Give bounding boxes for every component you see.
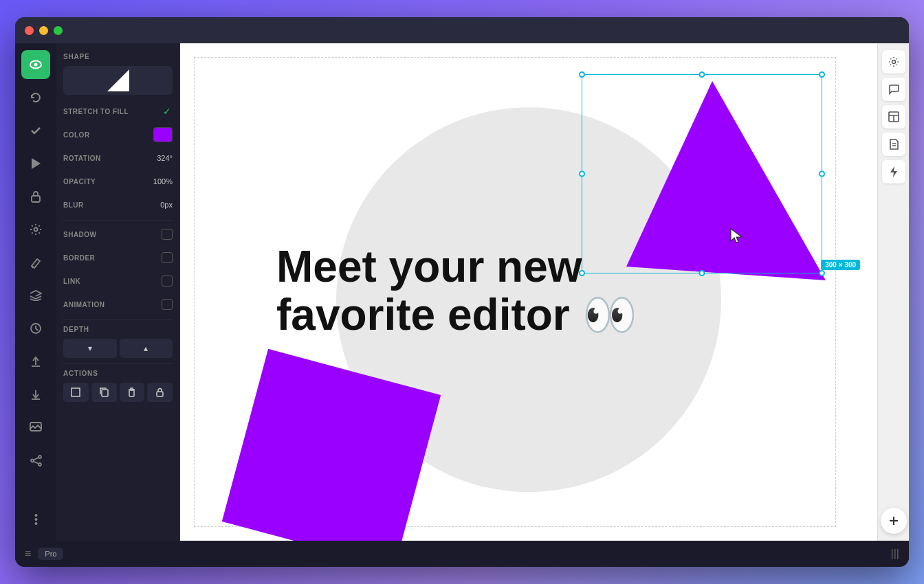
rt-book-btn[interactable] — [882, 133, 905, 156]
layers-icon-btn[interactable] — [21, 281, 50, 310]
svg-marker-2 — [32, 158, 41, 169]
svg-rect-24 — [157, 392, 163, 396]
svg-marker-32 — [890, 166, 897, 177]
svg-point-13 — [31, 459, 34, 462]
check-icon-btn[interactable] — [21, 116, 50, 145]
action-copy-btn[interactable] — [91, 383, 117, 402]
rt-gear-btn[interactable] — [882, 50, 905, 74]
minimize-dot[interactable] — [39, 26, 48, 35]
actions-section-title: ACTIONS — [63, 370, 173, 377]
shape-preview[interactable] — [63, 66, 173, 95]
animation-checkbox[interactable] — [162, 299, 173, 310]
gallery-icon-btn[interactable] — [21, 413, 50, 442]
headline-line2: favorite editor 👀 — [276, 290, 637, 339]
rotation-value[interactable]: 324° — [157, 154, 173, 162]
svg-point-14 — [38, 463, 41, 466]
svg-rect-22 — [102, 390, 108, 396]
canvas-content: Meet your new favorite editor 👀 — [180, 43, 877, 541]
shape-section-title: SHAPE — [63, 53, 173, 60]
svg-marker-25 — [626, 81, 826, 280]
download-icon-btn[interactable] — [21, 380, 50, 409]
opacity-value[interactable]: 100% — [153, 177, 173, 186]
stretch-check[interactable]: ✓ — [162, 106, 173, 117]
divider-2 — [63, 319, 173, 320]
handle-tl[interactable] — [579, 71, 585, 78]
depth-down-btn[interactable]: ▾ — [63, 339, 117, 358]
more-icon-btn[interactable] — [21, 505, 50, 534]
lock-icon-btn[interactable] — [21, 182, 50, 211]
canvas-area[interactable]: Meet your new favorite editor 👀 — [180, 43, 877, 541]
purple-triangle-selected[interactable]: 300 × 300 — [606, 67, 839, 301]
pen-icon-btn[interactable] — [21, 248, 50, 277]
action-expand-btn[interactable] — [63, 383, 89, 402]
bottom-pro-badge[interactable]: Pro — [38, 548, 63, 560]
blur-label: BLUR — [63, 201, 84, 209]
blur-row: BLUR 0px — [63, 196, 173, 213]
color-label: COLOR — [63, 131, 90, 139]
settings-icon-btn[interactable] — [21, 215, 50, 244]
stretch-label: STRETCH TO FILL — [63, 108, 129, 115]
properties-panel: SHAPE STRETCH TO FILL ✓ COLOR ROTATION 3… — [56, 43, 180, 541]
blur-value[interactable]: 0px — [160, 201, 173, 209]
undo-icon-btn[interactable] — [21, 83, 50, 112]
link-checkbox[interactable] — [162, 276, 173, 287]
depth-controls: ▾ ▴ — [63, 339, 173, 358]
border-row: BORDER — [63, 249, 173, 266]
border-label: BORDER — [63, 254, 95, 262]
action-delete-btn[interactable] — [120, 383, 145, 402]
upload-icon-btn[interactable] — [21, 347, 50, 376]
svg-marker-20 — [107, 69, 129, 91]
shadow-row: SHADOW — [63, 226, 173, 243]
opacity-label: OPACITY — [63, 178, 96, 186]
link-row: LINK — [63, 273, 173, 289]
share-icon-btn[interactable] — [21, 446, 50, 475]
svg-point-19 — [34, 522, 37, 525]
svg-point-4 — [34, 228, 38, 232]
svg-rect-21 — [72, 388, 80, 396]
icon-bar — [15, 43, 56, 541]
divider-3 — [63, 363, 173, 364]
svg-line-15 — [34, 458, 38, 460]
bottom-bars-icon[interactable]: ||| — [891, 548, 899, 560]
rt-bolt-btn[interactable] — [882, 160, 905, 183]
app-window: SHAPE STRETCH TO FILL ✓ COLOR ROTATION 3… — [15, 17, 909, 567]
svg-line-16 — [34, 461, 38, 464]
border-checkbox[interactable] — [162, 252, 173, 263]
svg-point-1 — [34, 63, 38, 67]
bottom-bar: ≡ Pro ||| — [15, 541, 909, 567]
depth-section-title: DEPTH — [63, 326, 173, 333]
svg-point-26 — [892, 60, 895, 64]
canvas-headline[interactable]: Meet your new favorite editor 👀 — [276, 243, 637, 339]
animation-row: ANIMATION — [63, 296, 173, 313]
link-label: LINK — [63, 278, 80, 285]
app-body: SHAPE STRETCH TO FILL ✓ COLOR ROTATION 3… — [15, 43, 909, 541]
svg-point-18 — [34, 518, 37, 521]
rt-layout-btn[interactable] — [882, 105, 905, 128]
close-dot[interactable] — [25, 26, 34, 35]
svg-rect-23 — [129, 390, 134, 396]
shadow-checkbox[interactable] — [162, 229, 173, 240]
shadow-label: SHADOW — [63, 231, 97, 238]
clock-icon-btn[interactable] — [21, 314, 50, 343]
svg-rect-3 — [32, 196, 40, 202]
rt-add-btn[interactable] — [881, 508, 907, 534]
bottom-menu-icon[interactable]: ≡ — [25, 548, 31, 560]
triangle-svg — [606, 67, 853, 315]
action-lock-btn[interactable] — [147, 383, 173, 402]
opacity-row: OPACITY 100% — [63, 173, 173, 190]
play-icon-btn[interactable] — [21, 149, 50, 178]
color-row: COLOR — [63, 126, 173, 143]
right-toolbar — [877, 43, 909, 541]
rotation-label: ROTATION — [63, 155, 101, 162]
eye-icon-btn[interactable] — [21, 50, 50, 79]
animation-label: ANIMATION — [63, 301, 104, 308]
titlebar — [15, 17, 909, 43]
headline-line1: Meet your new — [276, 242, 582, 291]
color-swatch[interactable] — [153, 127, 173, 142]
svg-point-17 — [34, 514, 37, 517]
stretch-row: STRETCH TO FILL ✓ — [63, 103, 173, 120]
maximize-dot[interactable] — [54, 26, 63, 35]
depth-up-btn[interactable]: ▴ — [120, 339, 173, 358]
divider-1 — [63, 220, 173, 221]
rt-comment-btn[interactable] — [882, 78, 905, 101]
